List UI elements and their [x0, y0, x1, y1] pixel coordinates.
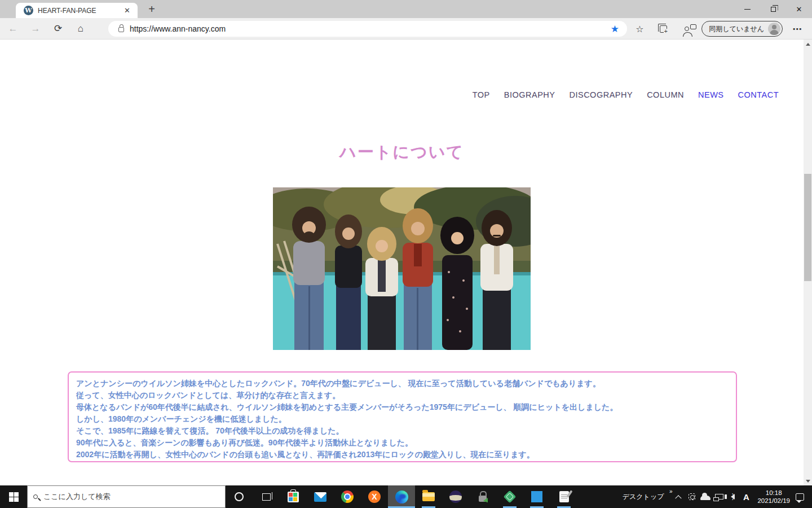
defender-tray-icon[interactable] [685, 485, 699, 508]
nav-item-contact[interactable]: CONTACT [738, 90, 779, 99]
taskbar-app-xampp[interactable]: X [361, 485, 388, 508]
store-icon [288, 492, 299, 502]
onedrive-icon[interactable] [699, 485, 712, 508]
cortana-button[interactable] [226, 485, 253, 508]
site-navigation: TOP BIOGRAPHY DISCOGRAPHY COLUMN NEWS CO… [473, 90, 779, 99]
title-bar: W HEART-FAN-PAGE ✕ + ✕ [0, 0, 812, 18]
lock-icon [118, 27, 124, 32]
mail-icon [314, 492, 326, 502]
back-icon[interactable]: ← [3, 20, 23, 37]
taskbar: ここに入力して検索 X デスクトップ» A 10:182021/02/19 [0, 485, 812, 508]
browser-tab[interactable]: W HEART-FAN-PAGE ✕ [16, 3, 138, 18]
windows-logo-icon [9, 492, 19, 502]
nav-item-discography[interactable]: DISCOGRAPHY [569, 90, 633, 99]
task-view-icon [262, 493, 271, 501]
action-center-icon[interactable] [796, 493, 804, 501]
about-line: しかし、1980年のメンバーチェンジを機に低迷しました。 [76, 413, 729, 425]
feedback-icon[interactable] [678, 21, 696, 37]
collections-icon[interactable] [654, 21, 672, 37]
taskbar-app-eclipse[interactable] [442, 485, 469, 508]
forward-icon[interactable]: → [26, 20, 45, 37]
taskbar-app-store[interactable] [280, 485, 307, 508]
taskbar-app-lock[interactable] [469, 485, 496, 508]
taskbar-app-explorer[interactable] [415, 485, 442, 508]
bookmark-star-icon[interactable]: ★ [611, 23, 619, 35]
search-icon [33, 494, 38, 499]
about-text-box: アンとナンシーのウイルソン姉妹を中心としたロックバンド。70年代の中盤にデビュー… [68, 371, 737, 462]
avatar [768, 23, 780, 35]
notepad-icon [559, 491, 569, 502]
page-content: TOP BIOGRAPHY DISCOGRAPHY COLUMN NEWS CO… [0, 40, 804, 485]
url-text[interactable]: https://www.ann-nancy.com [130, 24, 611, 33]
taskbar-app-vscode[interactable] [523, 485, 550, 508]
scroll-up-icon[interactable] [804, 40, 812, 49]
close-button[interactable]: ✕ [786, 0, 812, 18]
wordpress-favicon-icon: W [24, 6, 33, 15]
taskbar-app-edge[interactable] [388, 485, 415, 508]
favorites-icon[interactable]: ☆ [630, 21, 648, 37]
network-icon[interactable] [712, 485, 726, 508]
taskbar-app-diamond[interactable] [496, 485, 523, 508]
chrome-icon [341, 491, 354, 503]
nav-item-news[interactable]: NEWS [698, 90, 724, 99]
about-line: 母体となるバンドが60年代後半に結成され、ウイルソン姉妹を初めとする主要メンバー… [76, 401, 729, 413]
volume-icon[interactable] [726, 485, 739, 508]
taskbar-app-notepad[interactable] [550, 485, 577, 508]
start-button[interactable] [0, 485, 27, 508]
eclipse-icon [449, 491, 462, 503]
vertical-scrollbar[interactable] [804, 40, 812, 485]
browser-toolbar: ← → ⟳ ⌂ https://www.ann-nancy.com ★ ☆ 同期… [0, 18, 812, 40]
search-placeholder: ここに入力して検索 [43, 492, 111, 502]
scroll-down-icon[interactable] [804, 476, 812, 485]
about-line: アンとナンシーのウイルソン姉妹を中心としたロックバンド。70年代の中盤にデビュー… [76, 378, 729, 389]
file-explorer-icon [422, 492, 435, 501]
nav-item-biography[interactable]: BIOGRAPHY [504, 90, 555, 99]
address-bar[interactable]: https://www.ann-nancy.com ★ [108, 21, 627, 37]
desktop-toolbar-label[interactable]: デスクトップ» [623, 492, 664, 502]
task-view-button[interactable] [253, 485, 280, 508]
taskbar-clock[interactable]: 10:182021/02/19 [757, 489, 790, 505]
tab-title: HEART-FAN-PAGE [38, 7, 121, 15]
page-title: ハートについて [0, 141, 804, 164]
system-tray: デスクトップ» A 10:182021/02/19 [623, 485, 812, 508]
taskbar-search[interactable]: ここに入力して検索 [27, 485, 226, 508]
cortana-icon [235, 492, 244, 501]
minimize-button[interactable] [734, 0, 760, 18]
taskbar-app-mail[interactable] [307, 485, 334, 508]
restore-button[interactable] [760, 0, 786, 18]
nav-item-column[interactable]: COLUMN [647, 90, 684, 99]
show-hidden-icons-button[interactable] [672, 485, 685, 508]
about-line: そこで、1985年に路線を替えて復活。 70年代後半以上の成功を得ました。 [76, 425, 729, 437]
new-tab-button[interactable]: + [144, 2, 159, 16]
window-controls: ✕ [734, 0, 812, 18]
green-diamond-icon [504, 491, 517, 503]
vscode-icon [531, 491, 542, 502]
browser-window: W HEART-FAN-PAGE ✕ + ✕ ← → ⟳ ⌂ https://w… [0, 0, 812, 508]
scrollbar-thumb[interactable] [804, 174, 811, 281]
band-photo [273, 187, 531, 350]
home-icon[interactable]: ⌂ [71, 20, 90, 37]
more-menu-icon[interactable]: ⋯ [788, 21, 806, 37]
ime-indicator[interactable]: A [739, 485, 753, 508]
nav-item-top[interactable]: TOP [473, 90, 490, 99]
about-line: 従って、女性中心のロックバンドとしては、草分け的な存在と言えます。 [76, 389, 729, 401]
lock-sync-icon [479, 496, 487, 502]
about-line: 2002年に活動を再開し、女性中心のバンドの台頭も追い風となり、再評価され201… [76, 449, 729, 461]
sync-status-label: 同期していません [709, 24, 764, 34]
tab-close-icon[interactable]: ✕ [121, 5, 133, 16]
taskbar-app-chrome[interactable] [334, 485, 361, 508]
toolbar-right: ☆ 同期していません ⋯ [630, 21, 806, 37]
edge-icon [395, 491, 408, 503]
refresh-icon[interactable]: ⟳ [48, 20, 68, 37]
profile-button[interactable]: 同期していません [701, 21, 783, 37]
xampp-icon: X [368, 491, 381, 503]
about-line: 90年代に入ると、音楽シーンの影響もあり再び低迷。90年代後半より活動休止となり… [76, 437, 729, 449]
